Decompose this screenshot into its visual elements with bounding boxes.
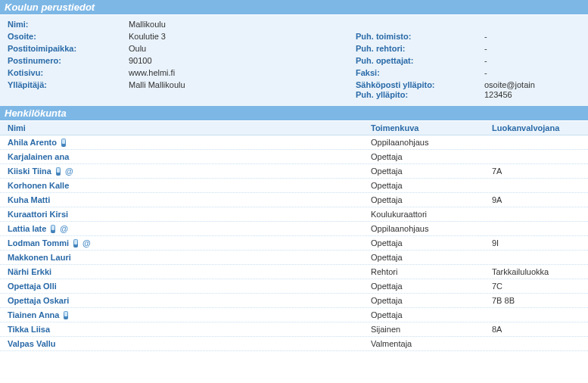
header-class: Luokanvalvojana: [492, 123, 588, 132]
staff-class: 9I: [492, 238, 588, 248]
label-maintainer: Ylläpitäjä:: [0, 80, 129, 100]
email-icon[interactable]: @: [65, 167, 73, 176]
staff-row[interactable]: Lodman Tommi@Opettaja9I: [0, 236, 588, 251]
label-email-maint: Sähköposti ylläpito:: [356, 80, 435, 89]
label-homepage: Kotisivu:: [0, 68, 129, 77]
label-phone-principal: Puh. rehtori:: [356, 44, 484, 53]
staff-table-body: Ahila ArentoOppilaanohjausKarjalainen an…: [0, 135, 588, 351]
staff-class: [492, 253, 588, 262]
staff-row[interactable]: Makkonen LauriOpettaja: [0, 251, 588, 265]
email-icon[interactable]: @: [82, 239, 91, 248]
staff-row[interactable]: Kuha MattiOpettaja9A: [0, 193, 588, 207]
staff-name[interactable]: Närhi Erkki: [8, 267, 51, 276]
staff-row[interactable]: Ahila ArentoOppilaanohjaus: [0, 135, 588, 150]
staff-role: Opettaja: [371, 296, 492, 305]
staff-row[interactable]: Opettaja OlliOpettaja7C: [0, 279, 588, 294]
label-name: Nimi:: [0, 20, 129, 29]
staff-row[interactable]: Lattia late@Oppilaanohjaus: [0, 222, 588, 236]
staff-name[interactable]: Lodman Tommi: [8, 238, 69, 248]
staff-role: Opettaja: [371, 253, 492, 262]
staff-name[interactable]: Kiiski Tiina: [8, 167, 51, 176]
staff-name[interactable]: Tiainen Anna: [8, 310, 59, 319]
staff-row[interactable]: Närhi ErkkiRehtoriTarkkailuluokka: [0, 265, 588, 279]
label-address: Osoite:: [0, 32, 129, 41]
staff-role: Opettaja: [371, 282, 492, 291]
staff-name[interactable]: Karjalainen ana: [8, 152, 69, 161]
label-phone-office: Puh. toimisto:: [356, 32, 484, 41]
staff-row[interactable]: Kuraattori KirsiKoulukuraattori: [0, 207, 588, 222]
staff-role: Opettaja: [371, 310, 492, 319]
value-homepage[interactable]: www.helmi.fi: [129, 68, 356, 77]
staff-row[interactable]: Valpas ValluValmentaja: [0, 337, 588, 351]
staff-role: Sijainen: [371, 325, 492, 334]
phone-icon[interactable]: [64, 311, 68, 319]
header-name: Nimi: [0, 123, 371, 132]
staff-name[interactable]: Korhonen Kalle: [8, 181, 69, 190]
value-phone-principal: -: [484, 44, 588, 53]
staff-class: [492, 224, 588, 233]
staff-class: [492, 339, 588, 348]
label-city: Postitoimipaikka:: [0, 44, 129, 53]
value-name: Mallikoulu: [129, 20, 356, 29]
phone-icon[interactable]: [51, 225, 55, 233]
staff-row[interactable]: Opettaja OskariOpettaja7B 8B: [0, 294, 588, 308]
basic-info-block: Nimi: Mallikoulu Osoite: Koulutie 3 Puh.…: [0, 15, 588, 106]
label-zip: Postinumero:: [0, 56, 129, 65]
staff-name[interactable]: Ahila Arento: [8, 138, 57, 147]
staff-row[interactable]: Tiainen AnnaOpettaja: [0, 308, 588, 322]
email-icon[interactable]: @: [60, 225, 68, 233]
staff-role: Oppilaanohjaus: [371, 224, 492, 233]
staff-class: [492, 138, 588, 147]
staff-name[interactable]: Kuraattori Kirsi: [8, 210, 68, 219]
staff-class: [492, 152, 588, 161]
section-header-basic: Koulun perustiedot: [0, 0, 588, 15]
staff-name[interactable]: Kuha Matti: [8, 195, 50, 204]
staff-class: [492, 310, 588, 319]
value-maintainer: Malli Mallikoulu: [129, 80, 356, 100]
value-zip: 90100: [129, 56, 356, 65]
header-role: Toimenkuva: [371, 123, 492, 132]
staff-row[interactable]: Kiiski Tiina@Opettaja7A: [0, 164, 588, 179]
staff-class: Tarkkailuluokka: [492, 267, 588, 276]
staff-class: 7C: [492, 282, 588, 291]
staff-name[interactable]: Valpas Vallu: [8, 339, 56, 348]
staff-name[interactable]: Opettaja Olli: [8, 282, 57, 291]
value-phone-office: -: [484, 32, 588, 41]
value-email-maint: osoite@jotain: [484, 80, 535, 89]
value-city: Oulu: [129, 44, 356, 53]
staff-row[interactable]: Tikka LiisaSijainen8A: [0, 322, 588, 337]
staff-role: Opettaja: [371, 152, 492, 161]
label-phone-maint: Puh. ylläpito:: [356, 90, 408, 99]
staff-role: Opettaja: [371, 181, 492, 190]
staff-role: Opettaja: [371, 238, 492, 248]
staff-class: [492, 181, 588, 190]
staff-role: Oppilaanohjaus: [371, 138, 492, 147]
label-phone-teachers: Puh. opettajat:: [356, 56, 484, 65]
phone-icon[interactable]: [56, 167, 61, 176]
staff-role: Valmentaja: [371, 339, 492, 348]
staff-name[interactable]: Opettaja Oskari: [8, 296, 69, 305]
staff-class: 7A: [492, 167, 588, 176]
staff-row[interactable]: Korhonen KalleOpettaja: [0, 179, 588, 193]
label-fax: Faksi:: [356, 68, 484, 77]
staff-role: Opettaja: [371, 167, 492, 176]
staff-class: [492, 210, 588, 219]
staff-role: Rehtori: [371, 267, 492, 276]
value-phone-teachers: -: [484, 56, 588, 65]
staff-role: Koulukuraattori: [371, 210, 492, 219]
value-fax: -: [484, 68, 588, 77]
staff-class: 7B 8B: [492, 296, 588, 305]
staff-role: Opettaja: [371, 195, 492, 204]
staff-name[interactable]: Tikka Liisa: [8, 325, 50, 334]
value-address: Koulutie 3: [129, 32, 356, 41]
staff-class: 8A: [492, 325, 588, 334]
phone-icon[interactable]: [61, 139, 66, 147]
staff-row[interactable]: Karjalainen anaOpettaja: [0, 150, 588, 164]
value-phone-maint: 123456: [484, 90, 512, 99]
staff-name[interactable]: Lattia late: [8, 224, 46, 233]
staff-class: 9A: [492, 195, 588, 204]
section-header-staff: Henkilökunta: [0, 106, 588, 121]
phone-icon[interactable]: [73, 239, 78, 248]
staff-table-header: Nimi Toimenkuva Luokanvalvojana: [0, 121, 588, 135]
staff-name[interactable]: Makkonen Lauri: [8, 253, 71, 262]
